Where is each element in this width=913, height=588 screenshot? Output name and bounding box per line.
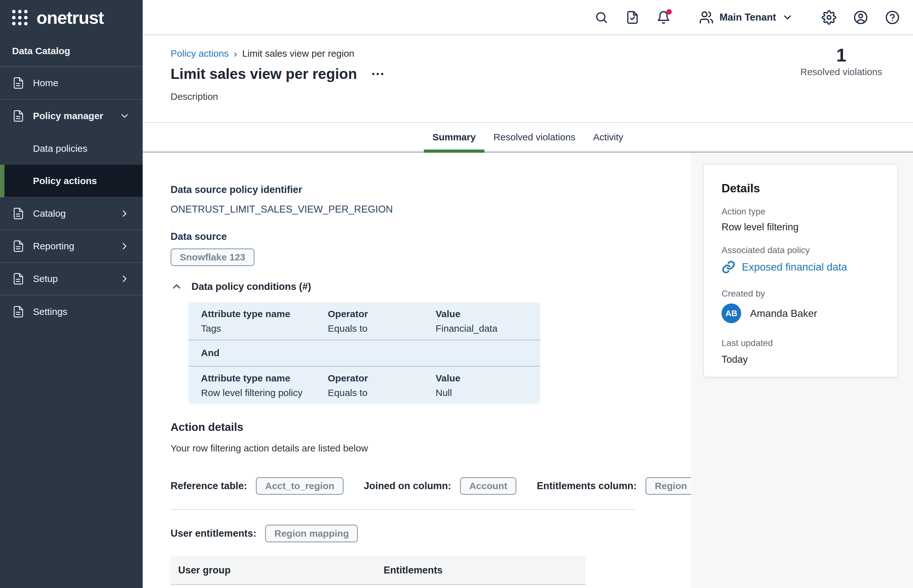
sidebar-item-home[interactable]: Home: [0, 67, 142, 100]
summary-panel: Data source policy identifier ONETRUST_L…: [142, 153, 691, 588]
joined-on-column-chip[interactable]: Account: [460, 477, 516, 495]
sidebar-item-label: Reporting: [33, 241, 74, 252]
sidebar: onetrust Data Catalog Home Policy manage…: [0, 0, 142, 588]
details-card: Details Action type Row level filtering …: [703, 164, 898, 377]
entitlements-column-label: Entitlements column:: [537, 480, 636, 492]
reference-table-label: Reference table:: [170, 480, 247, 492]
reference-table-chip[interactable]: Acct_to_region: [256, 477, 343, 495]
tenant-people-icon: [699, 10, 714, 25]
document-icon: [12, 77, 25, 89]
sidebar-item-label: Settings: [33, 306, 67, 317]
sidebar-item-reporting[interactable]: Reporting: [0, 230, 142, 263]
link-chain-icon: [722, 260, 735, 274]
account-icon[interactable]: [853, 10, 868, 25]
joined-on-column-label: Joined on column:: [364, 480, 452, 492]
col-operator: Operator: [328, 308, 435, 320]
action-type-value: Row level filtering: [722, 221, 880, 234]
more-actions-icon[interactable]: [372, 70, 384, 78]
col-value: Value: [435, 372, 540, 384]
associated-policy-link-text: Exposed financial data: [742, 260, 847, 275]
tab-bar: Summary Resolved violations Activity: [142, 123, 913, 153]
document-icon: [12, 273, 25, 285]
gear-icon[interactable]: [822, 10, 836, 25]
condition-operator: Equals to: [328, 323, 435, 334]
created-by-name: Amanda Baker: [750, 308, 817, 319]
sidebar-item-label: Catalog: [33, 208, 66, 219]
page-description: Description: [170, 91, 913, 102]
entitlements-table-header: User group Entitlements: [170, 556, 586, 585]
tab-activity[interactable]: Activity: [593, 123, 623, 152]
document-icon: [12, 110, 25, 122]
sidebar-item-settings[interactable]: Settings: [0, 295, 142, 328]
details-title: Details: [722, 181, 880, 196]
chevron-down-icon: [119, 111, 130, 121]
entitlements-column-chip[interactable]: Region: [646, 477, 696, 495]
data-source-chip[interactable]: Snowflake 123: [170, 249, 254, 266]
app-title: Data Catalog: [0, 35, 142, 67]
col-attribute: Attribute type name: [201, 308, 328, 320]
brand-wordmark: onetrust: [36, 7, 104, 28]
tenant-label: Main Tenant: [719, 12, 776, 23]
tab-resolved-violations[interactable]: Resolved violations: [494, 123, 575, 152]
breadcrumb-policy-actions[interactable]: Policy actions: [170, 48, 228, 59]
condition-row: Attribute type name Operator Value Tags …: [188, 302, 540, 339]
document-icon: [12, 305, 25, 318]
user-entitlements-field: User entitlements: Region mapping: [170, 525, 691, 543]
content-area: Data source policy identifier ONETRUST_L…: [142, 153, 913, 588]
last-updated-value: Today: [722, 353, 880, 366]
sidebar-item-setup[interactable]: Setup: [0, 263, 142, 295]
entitlements-table: User group Entitlements: [170, 556, 586, 585]
sidebar-item-label: Data policies: [33, 143, 87, 154]
conditions-toggle[interactable]: Data policy conditions (#): [170, 281, 691, 293]
resolved-violations-stat: 1 Resolved violations: [800, 45, 882, 78]
sidebar-item-policy-actions[interactable]: Policy actions: [0, 165, 142, 197]
document-icon: [12, 207, 25, 220]
last-updated-label: Last updated: [722, 338, 880, 349]
col-attribute: Attribute type name: [201, 372, 328, 384]
divider: [170, 509, 636, 510]
condition-attribute: Row level filtering policy: [201, 387, 328, 399]
created-by-row: AB Amanda Baker: [722, 304, 880, 323]
details-sidebar: Details Action type Row level filtering …: [691, 153, 913, 588]
sidebar-item-catalog[interactable]: Catalog: [0, 197, 142, 230]
chevron-right-icon: [119, 241, 130, 252]
chevron-up-icon: [170, 281, 183, 293]
condition-connector: And: [188, 340, 540, 366]
stat-value: 1: [800, 45, 882, 66]
condition-operator: Equals to: [328, 387, 435, 399]
chevron-right-icon: [119, 208, 130, 219]
page-header: Policy actions › Limit sales view per re…: [142, 35, 913, 123]
search-icon[interactable]: [594, 10, 609, 24]
page-title: Limit sales view per region: [170, 65, 357, 83]
conditions-title: Data policy conditions (#): [191, 281, 311, 292]
breadcrumb-current: Limit sales view per region: [242, 48, 354, 59]
sidebar-nav: Home Policy manager Data policies Policy…: [0, 67, 142, 328]
logo[interactable]: onetrust: [0, 0, 142, 35]
help-icon[interactable]: [885, 10, 900, 25]
notifications-bell-icon[interactable]: [657, 10, 670, 24]
sidebar-item-policy-manager[interactable]: Policy manager: [0, 100, 142, 132]
condition-value: Financial_data: [435, 323, 540, 334]
associated-policy-link[interactable]: Exposed financial data: [722, 260, 880, 275]
tab-summary[interactable]: Summary: [432, 123, 476, 152]
created-by-label: Created by: [722, 288, 880, 299]
top-bar: Main Tenant: [142, 0, 913, 35]
user-group-column-header: User group: [178, 565, 384, 576]
sidebar-item-label: Policy manager: [33, 111, 104, 121]
user-entitlements-label: User entitlements:: [170, 528, 256, 539]
document-check-icon[interactable]: [625, 10, 639, 24]
sidebar-item-label: Home: [33, 78, 58, 88]
app-window: onetrust Data Catalog Home Policy manage…: [0, 0, 913, 588]
condition-value: Null: [435, 387, 540, 399]
action-details-subtitle: Your row filtering action details are li…: [170, 442, 691, 454]
user-entitlements-chip[interactable]: Region mapping: [265, 525, 358, 543]
document-icon: [12, 240, 25, 252]
sidebar-item-data-policies[interactable]: Data policies: [0, 132, 142, 165]
col-operator: Operator: [328, 372, 435, 384]
condition-row: Attribute type name Operator Value Row l…: [188, 367, 540, 404]
breadcrumb-separator: ›: [234, 48, 237, 59]
avatar: AB: [722, 304, 741, 323]
main-column: Main Tenant Policy actions › Limit sales…: [142, 0, 913, 588]
tenant-switcher[interactable]: Main Tenant: [699, 10, 793, 25]
app-grid-icon: [12, 10, 28, 25]
